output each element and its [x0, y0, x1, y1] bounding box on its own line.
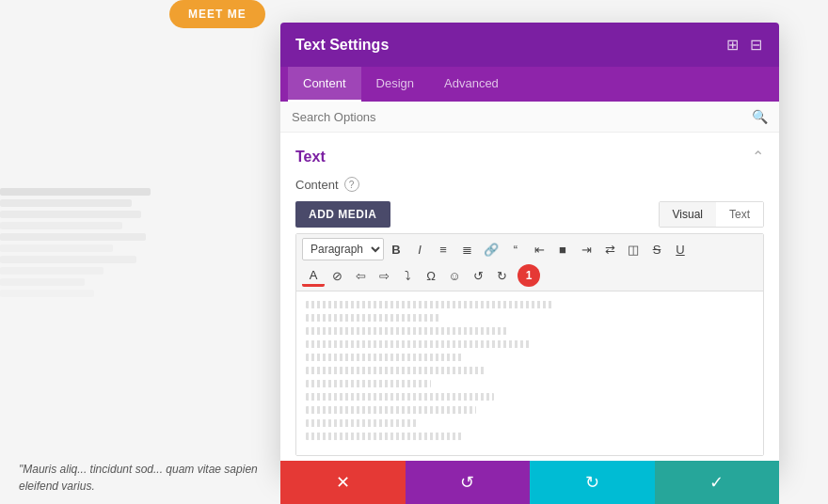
editor-toolbar-top: ADD MEDIA Visual Text: [295, 201, 764, 228]
search-input[interactable]: [292, 110, 752, 124]
toolbar-row-1: Paragraph Heading 1 Heading 2 B I ≡ ≣ 🔗 …: [302, 238, 757, 260]
wp-editor-body[interactable]: [296, 291, 763, 455]
table-button[interactable]: ◫: [622, 238, 645, 260]
bold-button[interactable]: B: [385, 238, 407, 260]
number-badge: 1: [518, 264, 540, 287]
text-settings-modal: Text Settings ⊞ ⊟ Content Design Advance…: [280, 23, 779, 471]
emoji-button[interactable]: ☺: [443, 264, 466, 287]
section-header: Text ⌃: [295, 148, 764, 165]
blockquote-button[interactable]: “: [504, 238, 527, 260]
bg-grid-lines: [0, 188, 207, 433]
align-center-button[interactable]: ■: [551, 238, 574, 260]
save-icon: ✓: [709, 472, 724, 493]
strikethrough-button[interactable]: S: [645, 238, 668, 260]
ordered-list-button[interactable]: ≣: [455, 238, 478, 260]
italic-button[interactable]: I: [408, 238, 431, 260]
content-label: Content: [295, 178, 339, 192]
content-label-row: Content ?: [295, 177, 764, 192]
undo-button[interactable]: ↺: [467, 264, 489, 287]
special-char-button[interactable]: Ω: [420, 264, 442, 287]
visual-text-tabs: Visual Text: [659, 201, 764, 228]
tab-visual[interactable]: Visual: [660, 202, 716, 227]
search-bar: 🔍: [280, 102, 779, 133]
editor-placeholder-content: [306, 301, 754, 440]
redo-button[interactable]: ↻: [490, 264, 513, 287]
wp-editor: Paragraph Heading 1 Heading 2 B I ≡ ≣ 🔗 …: [295, 233, 764, 456]
align-right-button[interactable]: ⇥: [575, 238, 597, 260]
reset-icon: ↺: [460, 472, 474, 493]
delete-button[interactable]: ✕: [280, 461, 406, 504]
toolbar-row-2: A ⊘ ⇦ ⇨ ⤵ Ω ☺ ↺ ↻ 1: [302, 264, 757, 287]
modal-title: Text Settings: [295, 37, 389, 54]
expand-icon[interactable]: ⊞: [724, 34, 740, 55]
meet-me-button[interactable]: MEET ME: [169, 0, 265, 28]
indent-decrease-button[interactable]: ⇦: [349, 264, 372, 287]
align-left-button[interactable]: ⇤: [528, 238, 550, 260]
clear-format-button[interactable]: ⊘: [326, 264, 348, 287]
redo-icon: ↻: [585, 472, 599, 493]
bg-quote-left: "Mauris aliq... tincidunt sod... quam vi…: [0, 451, 292, 504]
underline-button[interactable]: U: [669, 238, 692, 260]
search-icon: 🔍: [752, 109, 768, 124]
help-icon[interactable]: ?: [344, 177, 359, 192]
reset-button[interactable]: ↺: [406, 461, 531, 504]
modal-header: Text Settings ⊞ ⊟: [280, 23, 779, 67]
unordered-list-button[interactable]: ≡: [432, 238, 454, 260]
collapse-button[interactable]: ⌃: [752, 148, 764, 165]
align-full-button[interactable]: ⇄: [598, 238, 621, 260]
bottom-action-bar: ✕ ↺ ↻ ✓: [280, 461, 779, 504]
tab-text[interactable]: Text: [716, 202, 763, 227]
indent-increase-button[interactable]: ⇨: [373, 264, 395, 287]
add-media-button[interactable]: ADD MEDIA: [295, 201, 390, 228]
paragraph-select[interactable]: Paragraph Heading 1 Heading 2: [302, 238, 384, 260]
fullscreen-button[interactable]: ⤵: [396, 264, 419, 287]
tab-advanced[interactable]: Advanced: [429, 67, 514, 102]
section-title: Text: [295, 149, 326, 165]
redo-button-bottom[interactable]: ↻: [530, 461, 655, 504]
tab-content[interactable]: Content: [288, 67, 361, 102]
wp-editor-toolbar: Paragraph Heading 1 Heading 2 B I ≡ ≣ 🔗 …: [296, 234, 763, 291]
font-color-button[interactable]: A: [302, 264, 325, 287]
tab-design[interactable]: Design: [361, 67, 429, 102]
modal-header-icons: ⊞ ⊟: [724, 34, 764, 55]
delete-icon: ✕: [336, 472, 350, 493]
modal-content: Text ⌃ Content ? ADD MEDIA Visual Text P…: [280, 133, 779, 471]
modal-tabs: Content Design Advanced: [280, 67, 779, 102]
save-button[interactable]: ✓: [655, 461, 780, 504]
layout-icon[interactable]: ⊟: [748, 34, 764, 55]
link-button[interactable]: 🔗: [479, 238, 503, 260]
